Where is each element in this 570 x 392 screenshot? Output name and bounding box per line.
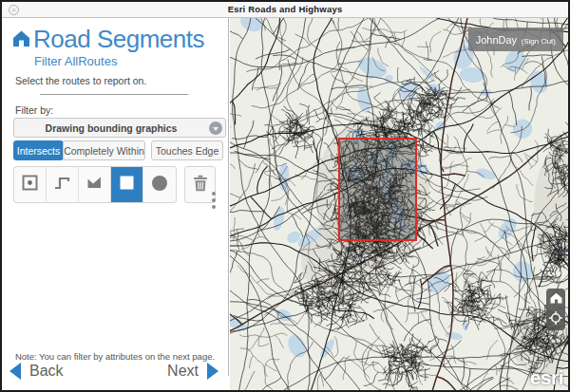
- page-title: Road Segments: [33, 25, 204, 54]
- tab-touches-edge[interactable]: Touches Edge: [151, 140, 223, 160]
- titlebar: × Esri Roads and Highways: [2, 2, 568, 18]
- app-window: × Esri Roads and Highways Road Segments …: [0, 0, 570, 392]
- back-button[interactable]: Back: [10, 363, 64, 380]
- draw-polyline-button[interactable]: [47, 167, 79, 202]
- panel-collapse-handle[interactable]: [212, 189, 216, 212]
- draw-point-button[interactable]: [14, 167, 47, 202]
- dropdown-selected-value: Drawing bounding graphics: [14, 122, 208, 134]
- user-badge[interactable]: JohnDay (Sign Out): [468, 28, 563, 51]
- chevron-down-icon: [209, 121, 222, 135]
- tab-intersects[interactable]: Intersects: [13, 140, 64, 160]
- home-icon: [12, 29, 30, 51]
- user-name: JohnDay: [476, 34, 517, 46]
- window-title: Esri Roads and Highways: [2, 4, 568, 14]
- filter-method-dropdown[interactable]: Drawing bounding graphics: [13, 118, 226, 138]
- draw-rectangle-icon: [120, 176, 134, 194]
- locate-crosshair-icon: [549, 311, 562, 328]
- chevron-right-icon: [207, 363, 218, 380]
- dot: [212, 198, 216, 202]
- filter-by-label: Filter by:: [15, 104, 53, 116]
- home-extent-button[interactable]: [546, 289, 565, 309]
- draw-point-icon: [22, 175, 38, 195]
- spatial-relation-tabs: Intersects Completely Within Touches Edg…: [13, 140, 223, 160]
- draw-polygon-icon: [86, 175, 103, 195]
- chevron-left-icon: [10, 363, 21, 380]
- draw-tool-group: [13, 166, 177, 203]
- back-label: Back: [29, 363, 64, 380]
- draw-toolbar: [13, 166, 216, 203]
- next-label: Next: [167, 363, 199, 380]
- draw-polyline-icon: [54, 175, 70, 195]
- next-button[interactable]: Next: [167, 363, 218, 380]
- map-navigation-widget: [546, 289, 565, 330]
- draw-polygon-button[interactable]: [79, 167, 111, 202]
- page-subtitle: Filter AllRoutes: [34, 54, 117, 68]
- separator-line: [40, 94, 188, 95]
- map-view[interactable]: JohnDay (Sign Out): [230, 18, 568, 390]
- home-icon: [550, 290, 562, 308]
- tab-completely-within[interactable]: Completely Within: [63, 140, 145, 160]
- instruction-text: Select the routes to report on.: [15, 75, 146, 86]
- filter-panel: Road Segments Filter AllRoutes Select th…: [2, 18, 229, 376]
- trash-icon: [193, 175, 208, 196]
- sign-out-link[interactable]: (Sign Out): [522, 37, 556, 46]
- esri-watermark: esri: [530, 366, 563, 389]
- locate-button[interactable]: [546, 309, 565, 330]
- dot: [212, 205, 216, 209]
- dot: [212, 192, 216, 196]
- note-text: Note: You can filter by attributes on th…: [2, 351, 228, 362]
- selection-rectangle: [338, 138, 417, 241]
- draw-rectangle-button[interactable]: [111, 167, 143, 202]
- draw-circle-button[interactable]: [143, 167, 176, 202]
- draw-circle-icon: [151, 175, 168, 196]
